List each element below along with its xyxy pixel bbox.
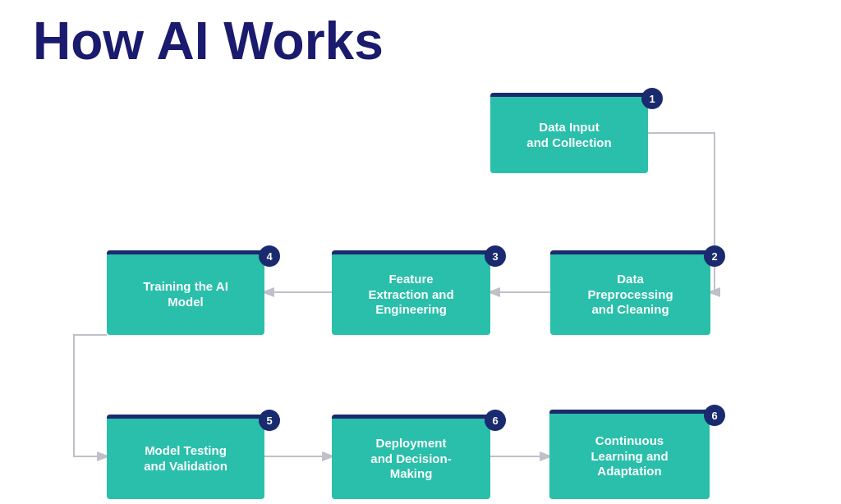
badge-2: 2 — [704, 245, 725, 267]
box-training-label: Training the AIModel — [143, 279, 228, 310]
box-feature-extraction-label: FeatureExtraction andEngineering — [368, 272, 453, 318]
box-data-input: Data Inputand Collection — [490, 93, 648, 173]
badge-1: 1 — [641, 88, 663, 109]
box-data-input-label: Data Inputand Collection — [526, 120, 611, 151]
box-training: Training the AIModel — [107, 250, 264, 335]
box-continuous-learning: ContinuousLearning andAdaptation — [549, 410, 710, 499]
box-deployment: Deploymentand Decision-Making — [332, 415, 490, 499]
badge-7: 6 — [704, 405, 725, 426]
page-title: How AI Works — [33, 15, 384, 67]
badge-3: 3 — [485, 245, 506, 267]
badge-6: 6 — [485, 410, 506, 431]
badge-4: 4 — [259, 245, 280, 267]
box-continuous-learning-label: ContinuousLearning andAdaptation — [591, 433, 668, 479]
box-data-preprocessing: DataPreprocessingand Cleaning — [550, 250, 710, 335]
badge-5: 5 — [259, 410, 280, 431]
box-data-preprocessing-label: DataPreprocessingand Cleaning — [587, 272, 673, 318]
box-deployment-label: Deploymentand Decision-Making — [370, 436, 451, 482]
box-testing-label: Model Testingand Validation — [144, 443, 227, 474]
box-feature-extraction: FeatureExtraction andEngineering — [332, 250, 490, 335]
box-testing: Model Testingand Validation — [107, 415, 264, 499]
